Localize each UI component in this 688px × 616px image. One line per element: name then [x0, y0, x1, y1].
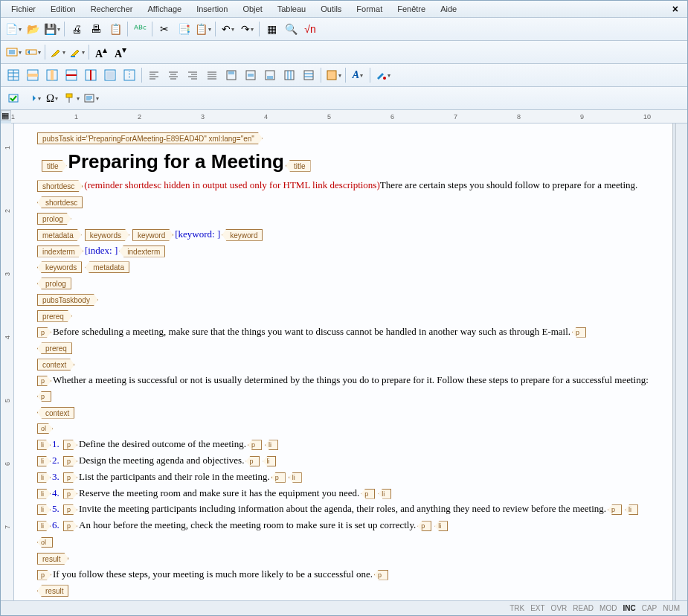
menu-outils[interactable]: Outils — [313, 2, 349, 16]
delete-row-icon[interactable] — [62, 66, 80, 84]
status-ext[interactable]: EXT — [530, 604, 544, 612]
tag-li-open[interactable]: li — [37, 489, 51, 499]
insert-col-icon[interactable] — [43, 66, 61, 84]
tag-p-close[interactable]: p — [271, 472, 286, 483]
tag-result-open[interactable]: result — [37, 553, 68, 565]
align-right-icon[interactable] — [184, 66, 202, 84]
menu-fenetre[interactable]: Fenêtre — [390, 2, 433, 16]
find-icon[interactable]: 🔍 — [282, 20, 300, 38]
preview-icon[interactable]: 📋 — [106, 20, 124, 38]
tag-context-open[interactable]: context — [37, 359, 74, 370]
tag-li-close[interactable]: li — [625, 504, 638, 515]
tag-li-open[interactable]: li — [37, 440, 51, 450]
tag-li-close[interactable]: li — [265, 440, 278, 450]
row-height-icon[interactable] — [300, 66, 318, 84]
tag-p-close[interactable]: p — [417, 521, 431, 531]
insert-table-icon[interactable] — [4, 66, 22, 84]
tag-pubstaskbody-open[interactable]: pubsTaskbody — [37, 294, 98, 306]
tag-shortdesc-close[interactable]: shortdesc — [37, 196, 83, 208]
index-placeholder[interactable]: [index: ] — [85, 245, 118, 256]
tag-p-open[interactable]: p — [63, 521, 77, 531]
col-width-icon[interactable] — [280, 66, 298, 84]
show-marks-icon[interactable]: ▾ — [82, 89, 100, 107]
redo-icon[interactable]: ↷▾ — [238, 20, 256, 38]
tag-shortdesc-open[interactable]: shortdesc — [37, 180, 83, 192]
tag-p-open[interactable]: p — [63, 472, 77, 483]
tag-p-close[interactable]: p — [245, 456, 260, 466]
menu-aide[interactable]: Aide — [433, 2, 464, 16]
insert-row-icon[interactable] — [24, 66, 42, 84]
tag-metadata-open[interactable]: metadata — [37, 229, 82, 241]
tag-indexterm-open[interactable]: indexterm — [37, 246, 83, 257]
tag-li-close[interactable]: li — [289, 472, 302, 483]
align-center-icon[interactable] — [164, 66, 182, 84]
status-num[interactable]: NUM — [663, 604, 680, 612]
goto-icon[interactable]: ▾ — [24, 89, 42, 107]
status-mod[interactable]: MOD — [599, 604, 617, 612]
tag-metadata-close[interactable]: metadata — [85, 261, 129, 273]
tag-p-close[interactable]: p — [361, 489, 375, 499]
tag-prereq-close[interactable]: prereq — [37, 342, 72, 354]
keyword-placeholder[interactable]: [keyword: ] — [175, 228, 220, 240]
save-icon[interactable]: 💾▾ — [43, 20, 61, 38]
menu-tableau[interactable]: Tableau — [270, 2, 314, 16]
copy-icon[interactable]: 📑 — [175, 20, 193, 38]
menu-objet[interactable]: Objet — [235, 2, 269, 16]
tag-li-open[interactable]: li — [37, 504, 51, 515]
format-paint-icon[interactable]: ▾ — [62, 89, 80, 107]
tag-wrap-icon[interactable]: ▾ — [4, 43, 22, 61]
tag-p-close[interactable]: p — [37, 391, 51, 402]
tag-context-close[interactable]: context — [37, 407, 74, 419]
tag-li-open[interactable]: li — [37, 472, 51, 483]
tag-p-open[interactable]: p — [63, 504, 77, 515]
menu-insertion[interactable]: Insertion — [189, 2, 235, 16]
horizontal-ruler[interactable]: 112345678910 — [11, 110, 687, 123]
vertical-scrollbar[interactable] — [675, 123, 687, 600]
highlight2-icon[interactable]: ▾ — [68, 43, 86, 61]
tag-li-close[interactable]: li — [434, 521, 448, 531]
tag-ol-open[interactable]: ol — [37, 423, 53, 434]
status-ovr[interactable]: OVR — [551, 604, 568, 612]
change-tag-icon[interactable]: ▾ — [24, 43, 42, 61]
open-icon[interactable]: 📂 — [24, 20, 42, 38]
tag-p-open[interactable]: p — [37, 327, 51, 338]
merge-cells-icon[interactable] — [101, 66, 119, 84]
print-preview-icon[interactable]: 🖶 — [87, 20, 105, 38]
tag-keyword-close[interactable]: keyword — [222, 229, 263, 241]
tag-keyword-open[interactable]: keyword — [132, 229, 173, 241]
status-read[interactable]: READ — [573, 604, 594, 612]
tag-li-close[interactable]: li — [263, 456, 276, 466]
status-inc[interactable]: INC — [623, 604, 635, 612]
print-icon[interactable]: 🖨 — [68, 20, 86, 38]
split-cells-icon[interactable] — [120, 66, 138, 84]
tag-pubstask-open[interactable]: pubsTask id="PreparingForAMeeting-E89EAD… — [37, 132, 263, 144]
tag-p-open[interactable]: p — [37, 570, 51, 580]
valign-middle-icon[interactable] — [242, 66, 260, 84]
bg-color-icon[interactable]: ▾ — [373, 66, 391, 84]
tag-li-open[interactable]: li — [37, 456, 51, 466]
cut-icon[interactable]: ✂ — [155, 20, 173, 38]
tag-li-close[interactable]: li — [378, 489, 391, 499]
omega-icon[interactable]: Ω▾ — [43, 89, 61, 107]
status-cap[interactable]: CAP — [642, 604, 658, 612]
valign-bottom-icon[interactable] — [261, 66, 279, 84]
tag-prereq-open[interactable]: prereq — [37, 310, 72, 322]
tag-p-open[interactable]: p — [63, 456, 77, 466]
tag-keywords-close[interactable]: keywords — [37, 261, 82, 273]
new-doc-icon[interactable]: 📄▾ — [4, 20, 22, 38]
tag-p-open[interactable]: p — [37, 376, 51, 386]
font-decrease-icon[interactable]: A▾ — [112, 43, 129, 61]
tag-prolog-open[interactable]: prolog — [37, 213, 71, 225]
tag-p-close[interactable]: p — [572, 327, 586, 338]
font-increase-icon[interactable]: A▴ — [92, 43, 110, 61]
menu-fichier[interactable]: Fichier — [4, 2, 43, 16]
menu-format[interactable]: Format — [349, 2, 390, 16]
borders-icon[interactable]: ▾ — [324, 66, 342, 84]
highlight-icon[interactable]: ▾ — [48, 43, 66, 61]
tag-li-open[interactable]: li — [37, 521, 51, 531]
tag-result-close[interactable]: result — [37, 585, 68, 597]
align-left-icon[interactable] — [145, 66, 163, 84]
tag-keywords-open[interactable]: keywords — [85, 229, 129, 241]
table-icon[interactable]: ▦ — [263, 20, 280, 38]
align-justify-icon[interactable] — [203, 66, 221, 84]
